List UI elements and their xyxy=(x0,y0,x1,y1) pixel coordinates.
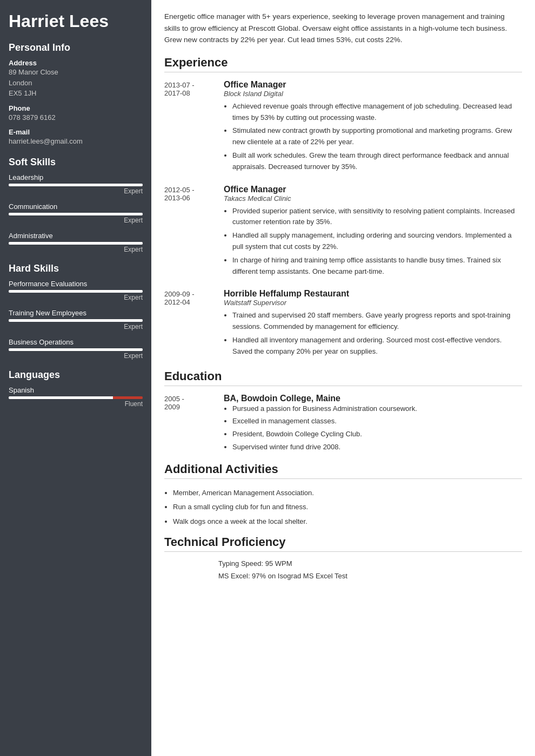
education-section-title: Education xyxy=(164,369,522,386)
exp-company: Block Island Digital xyxy=(224,90,522,98)
language-bar xyxy=(9,396,143,399)
exp-content: Horrible Heffalump Restaurant Waitstaff … xyxy=(224,289,522,359)
list-item: Handled all inventory management and ord… xyxy=(232,335,522,357)
skill-administrative: Administrative Expert xyxy=(9,232,143,253)
skill-level: Expert xyxy=(9,323,143,330)
edu-title: BA, Bowdoin College, Maine xyxy=(224,394,522,403)
list-item: In charge of hiring and training temp of… xyxy=(232,255,522,278)
exp-title: Horrible Heffalump Restaurant xyxy=(224,289,522,299)
exp-dates: 2013-07 -2017-08 xyxy=(164,80,224,175)
exp-bullets: Trained and supervised 20 staff members.… xyxy=(224,310,522,357)
skill-bar-fill xyxy=(9,213,143,215)
language-level: Fluent xyxy=(9,400,143,408)
experience-entry-3: 2009-09 -2012-04 Horrible Heffalump Rest… xyxy=(164,289,522,359)
languages-title: Languages xyxy=(9,369,143,381)
soft-skills-title: Soft Skills xyxy=(9,157,143,168)
skill-level: Expert xyxy=(9,217,143,224)
skill-training-new-employees: Training New Employees Expert xyxy=(9,309,143,330)
tech-item-1: Typing Speed: 95 WPM xyxy=(164,559,522,568)
phone-label: Phone xyxy=(9,104,143,112)
list-item: Stimulated new contract growth by suppor… xyxy=(232,125,522,148)
language-spanish: Spanish Fluent xyxy=(9,386,143,408)
list-item: Run a small cycling club for fun and fit… xyxy=(173,501,522,513)
skill-bar-fill xyxy=(9,348,143,351)
language-bar-white xyxy=(9,396,113,399)
list-item: Built all work schedules. Grew the team … xyxy=(232,150,522,173)
exp-dates: 2009-09 -2012-04 xyxy=(164,289,224,359)
skill-leadership: Leadership Expert xyxy=(9,173,143,195)
personal-info-title: Personal Info xyxy=(9,42,143,53)
list-item: Provided superior patient service, with … xyxy=(232,206,522,228)
skill-bar-bg xyxy=(9,242,143,245)
edu-content: BA, Bowdoin College, Maine Pursued a pas… xyxy=(224,394,522,455)
phone-value: 078 3879 6162 xyxy=(9,112,143,123)
email-value: harriet.lees@gmail.com xyxy=(9,136,143,147)
experience-section-title: Experience xyxy=(164,56,522,72)
address-label: Address xyxy=(9,59,143,67)
exp-company: Takacs Medical Clinic xyxy=(224,194,522,202)
list-item: Handled all supply management, including… xyxy=(232,230,522,253)
skill-communication: Communication Expert xyxy=(9,202,143,224)
hard-skills-title: Hard Skills xyxy=(9,263,143,274)
skill-name: Performance Evaluations xyxy=(9,280,143,288)
experience-entry-1: 2013-07 -2017-08 Office Manager Block Is… xyxy=(164,80,522,175)
activities-section-title: Additional Activities xyxy=(164,462,522,479)
activities-list: Member, American Management Association.… xyxy=(164,487,522,528)
skill-bar-fill xyxy=(9,242,143,245)
skill-level: Expert xyxy=(9,246,143,253)
language-bar-red xyxy=(113,396,143,399)
exp-bullets: Achieved revenue goals through effective… xyxy=(224,101,522,173)
skill-name: Administrative xyxy=(9,232,143,240)
skill-bar-fill xyxy=(9,319,143,322)
list-item: Pursued a passion for Business Administr… xyxy=(232,403,522,415)
skill-bar-bg xyxy=(9,184,143,186)
list-item: Supervised winter fund drive 2008. xyxy=(232,442,522,453)
sidebar: Harriet Lees Personal Info Address 89 Ma… xyxy=(0,0,151,756)
skill-level: Expert xyxy=(9,294,143,301)
summary: Energetic office manager with 5+ years e… xyxy=(164,11,522,46)
skill-business-operations: Business Operations Expert xyxy=(9,338,143,360)
list-item: Walk dogs once a week at the local shelt… xyxy=(173,515,522,528)
edu-bullets: Pursued a passion for Business Administr… xyxy=(224,403,522,453)
skill-level: Expert xyxy=(9,187,143,195)
skill-bar-fill xyxy=(9,184,143,186)
address-line1: 89 Manor Close xyxy=(9,68,58,76)
skill-bar-bg xyxy=(9,348,143,351)
email-label: E-mail xyxy=(9,128,143,136)
exp-bullets: Provided superior patient service, with … xyxy=(224,206,522,278)
address-line3: EX5 1JH xyxy=(9,89,36,97)
exp-content: Office Manager Takacs Medical Clinic Pro… xyxy=(224,185,522,280)
skill-name: Training New Employees xyxy=(9,309,143,317)
experience-entry-2: 2012-05 -2013-06 Office Manager Takacs M… xyxy=(164,185,522,280)
skill-bar-bg xyxy=(9,213,143,215)
list-item: Member, American Management Association. xyxy=(173,487,522,499)
skill-performance-evaluations: Performance Evaluations Expert xyxy=(9,280,143,301)
list-item: President, Bowdoin College Cycling Club. xyxy=(232,429,522,440)
edu-dates: 2005 -2009 xyxy=(164,394,224,455)
skill-name: Communication xyxy=(9,202,143,211)
address-value: 89 Manor Close London EX5 1JH xyxy=(9,67,143,99)
list-item: Trained and supervised 20 staff members.… xyxy=(232,310,522,333)
skill-name: Business Operations xyxy=(9,338,143,346)
candidate-name: Harriet Lees xyxy=(9,11,143,31)
address-line2: London xyxy=(9,79,32,87)
skill-bar-bg xyxy=(9,290,143,293)
exp-title: Office Manager xyxy=(224,80,522,90)
skill-bar-bg xyxy=(9,319,143,322)
language-name: Spanish xyxy=(9,386,143,394)
main-content: Energetic office manager with 5+ years e… xyxy=(151,0,535,756)
skill-name: Leadership xyxy=(9,173,143,181)
list-item: Achieved revenue goals through effective… xyxy=(232,101,522,124)
exp-title: Office Manager xyxy=(224,185,522,194)
exp-company: Waitstaff Supervisor xyxy=(224,299,522,307)
exp-content: Office Manager Block Island Digital Achi… xyxy=(224,80,522,175)
tech-section-title: Technical Proficiency xyxy=(164,535,522,552)
education-entry-1: 2005 -2009 BA, Bowdoin College, Maine Pu… xyxy=(164,394,522,455)
exp-dates: 2012-05 -2013-06 xyxy=(164,185,224,280)
tech-item-2: MS Excel: 97% on Isograd MS Excel Test xyxy=(164,572,522,580)
list-item: Excelled in management classes. xyxy=(232,416,522,427)
skill-level: Expert xyxy=(9,352,143,360)
skill-bar-fill xyxy=(9,290,143,293)
